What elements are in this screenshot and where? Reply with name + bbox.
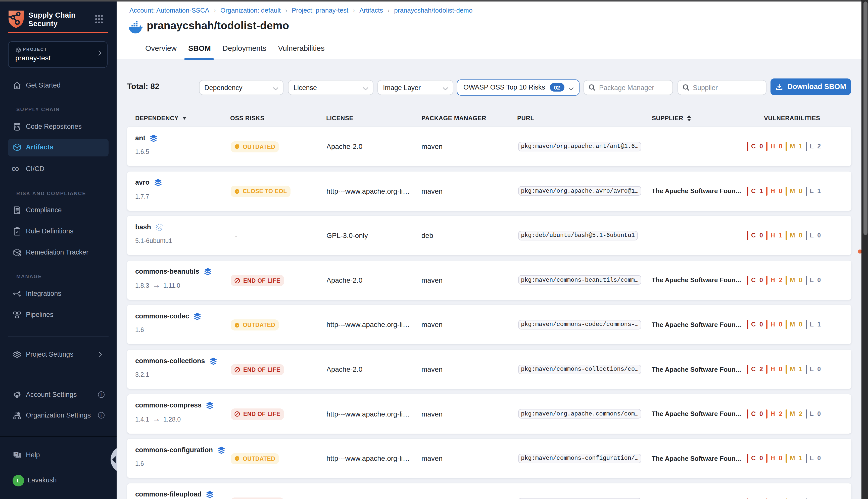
svg-text:?: ? (15, 452, 17, 456)
